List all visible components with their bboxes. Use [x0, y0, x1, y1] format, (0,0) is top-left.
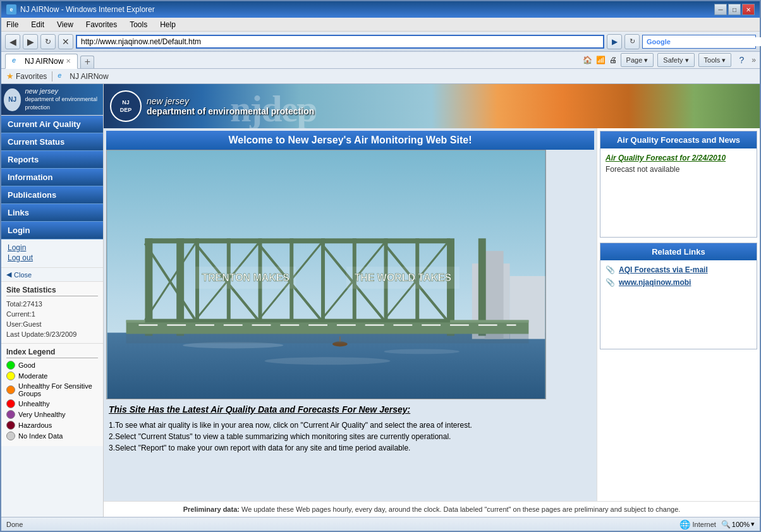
- svg-point-5: [264, 357, 390, 365]
- rss-icon: 📶: [596, 56, 606, 64]
- window-controls[interactable]: ─ □ ✕: [714, 4, 755, 15]
- active-tab[interactable]: e NJ AIRNow ✕: [5, 54, 78, 69]
- forecast-text: Forecast not available: [606, 165, 752, 174]
- stat-total: Total:27413: [6, 299, 98, 309]
- close-button[interactable]: ✕: [742, 4, 755, 15]
- back-button[interactable]: ◀: [5, 34, 20, 49]
- forecasts-title: Air Quality Forecasts and News: [600, 131, 757, 148]
- tools-menu[interactable]: Tools ▾: [698, 53, 732, 67]
- safety-menu[interactable]: Safety ▾: [657, 53, 694, 67]
- footer-text: We update these Web pages hourly, every …: [241, 505, 680, 513]
- legend-dot-good: [6, 361, 15, 370]
- forward-button[interactable]: ▶: [23, 34, 38, 49]
- site-statistics-section: Site Statistics Total:27413 Current:1 Us…: [1, 282, 103, 344]
- logout-link[interactable]: Log out: [8, 253, 97, 262]
- tab-icon: e: [12, 56, 22, 66]
- maximize-button[interactable]: □: [728, 4, 741, 15]
- title-bar: e NJ AIRNow - Windows Internet Explorer …: [1, 1, 760, 18]
- legend-title: Index Legend: [6, 348, 98, 358]
- browser-window: e NJ AIRNow - Windows Internet Explorer …: [0, 0, 761, 532]
- print-button[interactable]: 🖨: [609, 56, 617, 64]
- zoom-control[interactable]: 🔍 100% ▾: [721, 520, 755, 529]
- menu-help[interactable]: Help: [157, 20, 178, 30]
- njdep-banner: NJDEP new jersey department of environme…: [104, 84, 760, 128]
- menu-file[interactable]: File: [4, 20, 21, 30]
- legend-label-good: Good: [18, 361, 35, 369]
- stat-current: Current:1: [6, 309, 98, 319]
- menu-favorites[interactable]: Favorites: [83, 20, 119, 30]
- sidebar-item-reports[interactable]: Reports: [1, 151, 103, 169]
- home-button[interactable]: 🏠: [583, 56, 592, 64]
- sidebar: NJ new jersey department of environmenta…: [1, 84, 104, 517]
- svg-rect-15: [145, 238, 450, 243]
- login-section: Login Log out: [1, 239, 103, 268]
- go-button[interactable]: ▶: [607, 34, 622, 49]
- star-icon: ★: [6, 71, 14, 81]
- legend-unhealthy: Unhealthy: [6, 399, 98, 408]
- bridge-image: TRENTON MAKES THE WORLD TAKES: [106, 150, 546, 399]
- legend-label-unhealthy-sensitive: Unhealthy For Sensitive Groups: [18, 382, 98, 397]
- menu-edit[interactable]: Edit: [28, 20, 47, 30]
- description-box: This Site Has the Latest Air Quality Dat…: [106, 399, 594, 459]
- back-close-label: Close: [14, 271, 32, 279]
- back-close-button[interactable]: ◀ Close: [1, 268, 103, 282]
- legend-dot-very-unhealthy: [6, 410, 15, 419]
- legend-dot-unhealthy-sensitive: [6, 385, 15, 394]
- toolbar-right: 🏠 📶 🖨 Page ▾ Safety ▾ Tools ▾ ? »: [583, 53, 756, 68]
- status-text: Done: [6, 521, 23, 528]
- legend-good: Good: [6, 361, 98, 370]
- favorites-label: Favorites: [16, 72, 47, 81]
- link-icon-mobile: 📎: [606, 278, 615, 287]
- svg-point-4: [384, 349, 460, 354]
- tab-close-button[interactable]: ✕: [66, 57, 71, 64]
- favorites-item[interactable]: ★ Favorites: [6, 71, 47, 81]
- aqi-email-link[interactable]: AQI Forecasts via E-mail: [619, 265, 708, 274]
- dept-name: new jersey department of environmental p…: [25, 87, 100, 112]
- page-title: Welcome to New Jersey's Air Monitoring W…: [229, 135, 472, 145]
- back-arrow-icon: ◀: [6, 270, 11, 279]
- sidebar-item-current-status[interactable]: Current Status: [1, 133, 103, 151]
- sidebar-item-login[interactable]: Login: [1, 222, 103, 239]
- login-link[interactable]: Login: [8, 243, 97, 252]
- favorites-tabs-bar: e NJ AIRNow ✕ + 🏠 📶 🖨 Page ▾ Safety ▾ To…: [1, 52, 760, 69]
- sidebar-item-links[interactable]: Links: [1, 204, 103, 222]
- new-tab-button[interactable]: +: [80, 56, 94, 68]
- menu-tools[interactable]: Tools: [127, 20, 150, 30]
- description-line-3: 3.Select "Report" to make your own repor…: [109, 442, 592, 454]
- related-links-title: Related Links: [600, 243, 757, 260]
- sidebar-item-current-air-quality[interactable]: Current Air Quality: [1, 116, 103, 133]
- svg-rect-16: [145, 319, 450, 323]
- footer-bold: Preliminary data:: [183, 505, 240, 513]
- forecasts-body: Air Quality Forecast for 2/24/2010 Forec…: [600, 148, 757, 237]
- refresh-page-button[interactable]: ↻: [624, 34, 640, 49]
- description-line-2: 2.Select "Current Status" to view a tabl…: [109, 431, 592, 442]
- expand-button[interactable]: »: [752, 56, 756, 64]
- forecast-link[interactable]: Air Quality Forecast for 2/24/2010: [606, 154, 752, 162]
- legend-dot-no-index: [6, 432, 15, 440]
- nj-airnow-favorite[interactable]: e NJ AIRNow: [58, 71, 108, 82]
- refresh-button[interactable]: ↻: [40, 34, 56, 49]
- favorites-bar: ★ Favorites e NJ AIRNow: [1, 69, 760, 84]
- nav-bar: ◀ ▶ ↻ ✕ ▶ ↻ Google 🔍: [1, 32, 760, 52]
- page-menu[interactable]: Page ▾: [621, 53, 654, 67]
- address-bar[interactable]: [76, 35, 604, 49]
- minimize-button[interactable]: ─: [714, 4, 727, 15]
- help-button[interactable]: ?: [735, 54, 748, 66]
- legend-label-unhealthy: Unhealthy: [18, 400, 50, 408]
- related-links-body: 📎 AQI Forecasts via E-mail 📎 www.njaqino…: [600, 260, 757, 349]
- menu-view[interactable]: View: [54, 20, 76, 30]
- svg-rect-42: [126, 334, 529, 344]
- dept-logo-text: NJDEP: [120, 99, 132, 114]
- related-link-mobile: 📎 www.njaqinow.mobi: [606, 278, 752, 287]
- search-input[interactable]: [673, 37, 761, 46]
- main-body: Welcome to New Jersey's Air Monitoring W…: [104, 128, 760, 501]
- description-line-1: 1.To see what air quality is like in you…: [109, 420, 592, 431]
- sidebar-item-publications[interactable]: Publications: [1, 186, 103, 204]
- favorite-label: NJ AIRNow: [70, 72, 108, 81]
- center-right-wrapper: NJDEP new jersey department of environme…: [104, 84, 760, 517]
- mobile-site-link[interactable]: www.njaqinow.mobi: [619, 278, 691, 287]
- stop-button[interactable]: ✕: [58, 34, 73, 49]
- legend-very-unhealthy: Very Unhealthy: [6, 410, 98, 419]
- rss-button[interactable]: 📶: [596, 56, 606, 64]
- sidebar-item-information[interactable]: Information: [1, 169, 103, 186]
